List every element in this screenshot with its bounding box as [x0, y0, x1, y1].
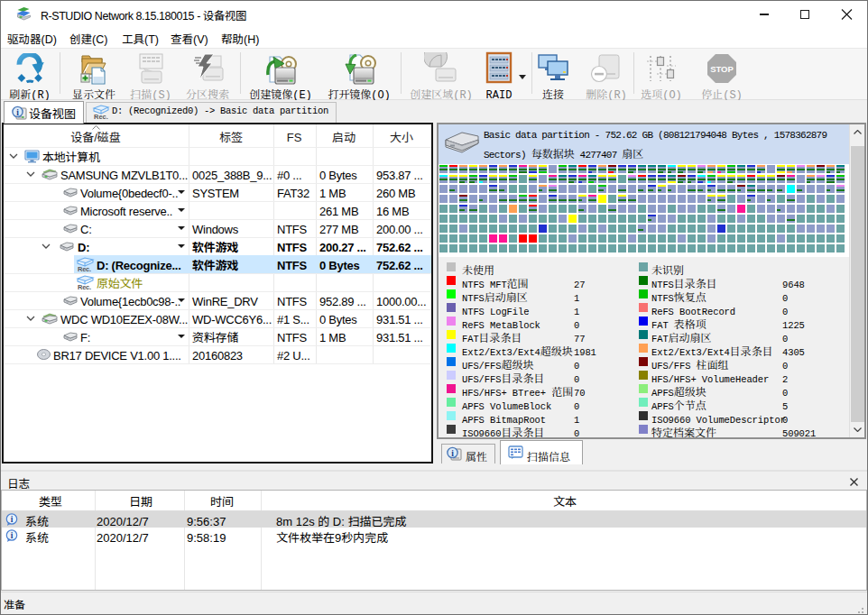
svg-text:i: i: [16, 108, 19, 117]
svg-text:i: i: [11, 531, 14, 540]
svg-text:Rec.: Rec.: [78, 283, 91, 290]
svg-text:STOP: STOP: [710, 64, 734, 74]
svg-text:Rec.: Rec.: [78, 265, 91, 272]
svg-text:i: i: [451, 449, 454, 458]
svg-text:Rec.: Rec.: [94, 113, 108, 120]
svg-text:i: i: [11, 515, 14, 524]
